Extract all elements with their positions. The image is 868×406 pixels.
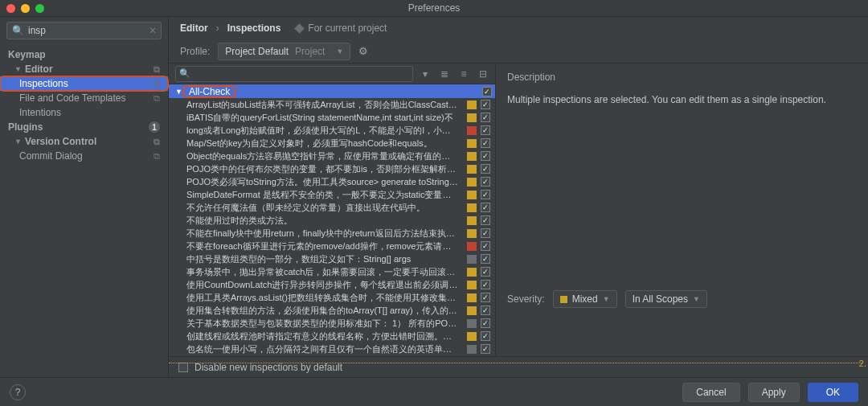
inspection-row[interactable]: Object的equals方法容易抛空指针异常，应使用常量或确定有值的对象来 bbox=[169, 150, 495, 162]
severity-indicator-icon bbox=[467, 165, 477, 174]
sidebar-item-editor[interactable]: ▼Editor⧉ bbox=[0, 62, 168, 76]
inspection-checkbox[interactable] bbox=[481, 164, 490, 174]
inspection-name: 不能使用过时的类或方法。 bbox=[186, 215, 463, 227]
inspection-name: 不允许任何魔法值（即未经定义的常量）直接出现在代码中。 bbox=[186, 202, 463, 214]
inspection-checkbox[interactable] bbox=[481, 125, 490, 135]
inspection-row[interactable]: Map/Set的key为自定义对象时，必须重写hashCode和equals。 bbox=[169, 137, 495, 150]
cancel-button[interactable]: Cancel bbox=[682, 383, 739, 402]
inspection-checkbox[interactable] bbox=[481, 138, 490, 148]
inspection-row[interactable]: 不能在finally块中使用return，finally块中的return返回后… bbox=[169, 227, 495, 240]
severity-indicator-icon bbox=[467, 191, 477, 199]
inspection-checkbox[interactable] bbox=[481, 100, 490, 109]
inspection-row[interactable]: POJO类必须写toString方法。使用工具类source> generate… bbox=[169, 175, 495, 188]
inspection-group-header[interactable]: ▼All-Check bbox=[169, 84, 495, 98]
reset-icon[interactable]: ⊟ bbox=[477, 68, 489, 80]
inspection-checkbox[interactable] bbox=[481, 254, 490, 264]
inspection-checkbox[interactable] bbox=[481, 177, 490, 187]
inspection-row[interactable]: 不要在foreach循环里进行元素的remove/add操作，remove元素请… bbox=[169, 240, 495, 252]
breadcrumb: Editor › Inspections For current project bbox=[169, 17, 868, 39]
inspection-row[interactable]: POJO类中的任何布尔类型的变量，都不要加is，否则部分框架解析会引起 bbox=[169, 162, 495, 175]
inspection-search-input[interactable] bbox=[175, 66, 413, 82]
inspection-row[interactable]: 事务场景中，抛出异常被catch后，如果需要回滚，一定要手动回滚事务。 bbox=[169, 265, 495, 278]
severity-dropdown[interactable]: Mixed ▼ bbox=[553, 290, 617, 308]
group-name-box: All-Check bbox=[182, 85, 236, 98]
inspection-checkbox[interactable] bbox=[481, 344, 490, 354]
inspection-checkbox[interactable] bbox=[481, 241, 490, 251]
search-icon: 🔍 bbox=[12, 25, 24, 36]
inspections-list[interactable]: ▼All-CheckArrayList的subList结果不可强转成ArrayL… bbox=[169, 84, 495, 356]
ok-button[interactable]: OK bbox=[808, 383, 858, 402]
inspection-row[interactable]: 不能使用过时的类或方法。 bbox=[169, 214, 495, 227]
sidebar-item-inspections[interactable]: Inspections⧉ bbox=[0, 76, 168, 91]
inspection-row[interactable]: long或者Long初始赋值时，必须使用大写的L，不能是小写的l，小写容易 bbox=[169, 124, 495, 137]
inspection-row[interactable]: 使用集合转数组的方法，必须使用集合的toArray(T[] array)，传入的… bbox=[169, 304, 495, 317]
inspection-name: POJO类中的任何布尔类型的变量，都不要加is，否则部分框架解析会引起 bbox=[186, 163, 463, 175]
inspection-name: long或者Long初始赋值时，必须使用大写的L，不能是小写的l，小写容易 bbox=[186, 125, 463, 137]
inspections-list-panel: 🔍 ▾ ≣ ≡ ⊟ ▼All-CheckArrayList的subList结果不… bbox=[169, 64, 496, 356]
cube-icon bbox=[295, 23, 305, 33]
gear-icon[interactable]: ⚙ bbox=[358, 45, 368, 57]
clear-icon[interactable]: ✕ bbox=[149, 25, 157, 36]
inspection-row[interactable]: 关于基本数据类型与包装数据类型的使用标准如下： 1） 所有的POJO类 bbox=[169, 317, 495, 330]
scope-value: In All Scopes bbox=[633, 293, 688, 305]
severity-indicator-icon bbox=[467, 332, 477, 341]
breadcrumb-root[interactable]: Editor bbox=[180, 23, 208, 34]
inspection-row[interactable]: 包名统一使用小写，点分隔符之间有且仅有一个自然语义的英语单词。包名 bbox=[169, 342, 495, 355]
minimize-icon[interactable] bbox=[21, 4, 30, 13]
inspection-checkbox[interactable] bbox=[481, 280, 490, 289]
sidebar-item-plugins[interactable]: Plugins1 bbox=[0, 120, 168, 134]
inspection-checkbox[interactable] bbox=[481, 203, 490, 212]
sidebar-item-commit-dialog[interactable]: Commit Dialog⧉ bbox=[0, 149, 168, 163]
zoom-icon[interactable] bbox=[35, 4, 44, 13]
chevron-down-icon: ▼ bbox=[14, 65, 22, 73]
help-button[interactable]: ? bbox=[10, 384, 26, 400]
inspection-name: 使用集合转数组的方法，必须使用集合的toArray(T[] array)，传入的… bbox=[186, 305, 463, 317]
expand-icon[interactable]: ≣ bbox=[439, 68, 450, 80]
inspection-row[interactable]: 中括号是数组类型的一部分，数组定义如下：String[] args bbox=[169, 252, 495, 265]
inspection-checkbox[interactable] bbox=[481, 151, 490, 161]
inspection-checkbox[interactable] bbox=[481, 215, 490, 225]
inspection-checkbox[interactable] bbox=[481, 318, 490, 328]
chevron-down-icon: ▼ bbox=[693, 295, 700, 303]
severity-indicator-icon bbox=[467, 242, 477, 251]
inspection-checkbox[interactable] bbox=[481, 113, 490, 122]
inspection-row[interactable]: 创建线程或线程池时请指定有意义的线程名称，方便出错时回溯。创建线程 bbox=[169, 330, 495, 342]
inspection-row[interactable]: 不允许任何魔法值（即未经定义的常量）直接出现在代码中。 bbox=[169, 201, 495, 214]
apply-button[interactable]: Apply bbox=[748, 383, 800, 402]
severity-indicator-icon bbox=[467, 306, 477, 315]
scope-dropdown[interactable]: In All Scopes ▼ bbox=[625, 290, 707, 308]
chevron-down-icon: ▼ bbox=[14, 137, 22, 146]
sidebar-item-intentions[interactable]: Intentions bbox=[0, 105, 168, 120]
severity-indicator-icon bbox=[467, 268, 477, 277]
sidebar-item-file-and-code-templates[interactable]: File and Code Templates⧉ bbox=[0, 91, 168, 105]
group-checkbox[interactable] bbox=[482, 87, 492, 96]
window-title: Preferences bbox=[408, 2, 461, 14]
filter-icon[interactable]: ▾ bbox=[420, 68, 431, 80]
severity-indicator-icon bbox=[467, 216, 477, 225]
inspection-checkbox[interactable] bbox=[481, 228, 490, 238]
inspection-checkbox[interactable] bbox=[481, 267, 490, 277]
close-icon[interactable] bbox=[6, 4, 15, 13]
inspection-row[interactable]: SimpleDateFormat 是线程不安全的类，一般不要定义为static变… bbox=[169, 188, 495, 201]
sidebar-item-label: Commit Dialog bbox=[19, 150, 83, 162]
inspection-row[interactable]: ArrayList的subList结果不可强转成ArrayList，否则会抛出C… bbox=[169, 98, 495, 111]
search-icon: 🔍 bbox=[179, 68, 190, 79]
inspection-checkbox[interactable] bbox=[481, 190, 490, 199]
inspection-row[interactable]: 使用工具类Arrays.asList()把数组转换成集合时，不能使用其修改集合相… bbox=[169, 291, 495, 304]
sidebar-item-label: Keymap bbox=[8, 49, 46, 60]
inspection-row[interactable]: iBATIS自带的queryForList(String statementNa… bbox=[169, 111, 495, 124]
profile-label: Profile: bbox=[180, 46, 210, 57]
sidebar-search[interactable]: 🔍 ✕ bbox=[6, 22, 162, 39]
severity-swatch-icon bbox=[560, 296, 567, 303]
profile-dropdown[interactable]: Project Default Project ▼ bbox=[218, 43, 350, 60]
sidebar-search-input[interactable] bbox=[28, 25, 149, 36]
inspection-checkbox[interactable] bbox=[481, 293, 490, 302]
collapse-icon[interactable]: ≡ bbox=[458, 68, 469, 80]
inspection-checkbox[interactable] bbox=[481, 306, 490, 315]
severity-indicator-icon bbox=[467, 139, 477, 148]
sidebar-item-keymap[interactable]: Keymap bbox=[0, 47, 168, 62]
sidebar-item-version-control[interactable]: ▼Version Control⧉ bbox=[0, 134, 168, 149]
inspection-checkbox[interactable] bbox=[481, 331, 490, 341]
inspection-row[interactable]: 使用CountDownLatch进行异步转同步操作，每个线程退出前必须调用co bbox=[169, 278, 495, 291]
disable-checkbox[interactable] bbox=[178, 363, 188, 372]
